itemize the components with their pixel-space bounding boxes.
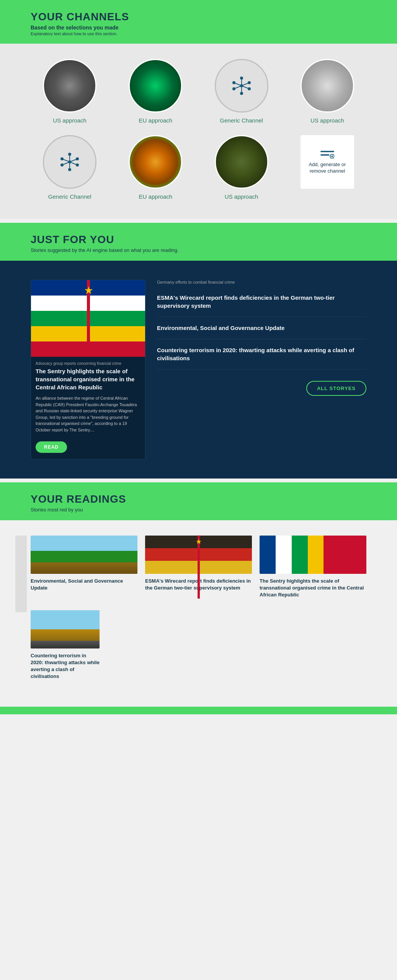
svg-line-25 [70, 162, 77, 165]
reading-card-4[interactable]: Countering terrorism in 2020: thwarting … [31, 610, 100, 680]
reading-card-title-3: The Sentry highlights the scale of trans… [260, 578, 366, 599]
all-stories-button[interactable]: ALL STORYES [306, 381, 366, 396]
channel-icon-network-2 [43, 135, 96, 189]
reading-card-3[interactable]: ★ The Sentry highlights the scale of tra… [260, 536, 366, 599]
channels-body: US approach EU approach [0, 44, 397, 219]
channel-label-7: US approach [225, 193, 258, 200]
sidebar-article-3[interactable]: Countering terrorism in 2020: thwarting … [157, 339, 366, 369]
your-readings-header: YOUR READINGS Stories most red by you [0, 482, 397, 520]
bottom-bar [0, 707, 397, 714]
svg-line-24 [62, 162, 70, 165]
channel-image-veggies [129, 135, 182, 189]
sidebar-article-title-2: Environmental, Social and Governance Upd… [157, 324, 366, 332]
channel-icon-network-1 [215, 59, 268, 113]
svg-line-9 [234, 83, 242, 86]
channel-eu-approach-2[interactable]: EU approach [116, 135, 194, 200]
channel-image-pen [43, 59, 96, 113]
sidebar-tag: Germany efforts to combat financial crim… [157, 280, 366, 287]
channels-desc: Explanatory text about how to use this s… [31, 31, 366, 36]
sidebar-article-title-1: ESMA's Wirecard report finds deficiencie… [157, 294, 366, 310]
channel-generic-1[interactable]: Generic Channel [203, 59, 281, 124]
main-article-card[interactable]: ★ Advocacy group reports concerning fina… [31, 280, 145, 459]
article-sidebar: Germany efforts to combat financial crim… [157, 280, 366, 459]
channel-us-approach-3[interactable]: US approach [203, 135, 281, 200]
reading-card-image-3: ★ [260, 536, 366, 574]
add-channel-label: Add, generate or remove channel [301, 162, 354, 175]
svg-rect-27 [320, 154, 329, 156]
channel-image-green-led [129, 59, 182, 113]
sidebar-article-2[interactable]: Environmental, Social and Governance Upd… [157, 317, 366, 339]
channel-label-4: US approach [310, 117, 344, 124]
channels-title: YOUR CHANNELS [31, 11, 366, 23]
svg-line-11 [234, 86, 242, 89]
channel-label-3: Generic Channel [220, 117, 263, 124]
section-gap-2 [0, 479, 397, 482]
channels-header: YOUR CHANNELS Based on the selections yo… [0, 0, 397, 44]
featured-article: ★ Advocacy group reports concerning fina… [31, 280, 366, 459]
svg-line-10 [242, 83, 249, 86]
channel-image-dark-food [215, 135, 268, 189]
channel-label-6: EU approach [139, 193, 173, 200]
reading-card-image-1 [31, 536, 137, 574]
just-for-you-body: ★ Advocacy group reports concerning fina… [0, 261, 397, 479]
section-gap-1 [0, 219, 397, 223]
channel-us-approach-2[interactable]: US approach [288, 59, 366, 124]
channel-label-2: EU approach [139, 117, 173, 124]
main-article-title: The Sentry highlights the scale of trans… [31, 367, 145, 395]
main-article-image: ★ [31, 280, 145, 357]
reading-card-image-4 [31, 610, 100, 648]
your-readings-title: YOUR READINGS [31, 493, 366, 505]
sidebar-article-title-3: Countering terrorism in 2020: thwarting … [157, 346, 366, 362]
just-for-you-subtitle: Stories suggested by the AI engine based… [31, 247, 366, 253]
network-icon-2 [58, 150, 81, 173]
channel-add[interactable]: Add, generate or remove channel [288, 135, 366, 200]
channels-subtitle: Based on the selections you made [31, 24, 366, 31]
reading-card-title-4: Countering terrorism in 2020: thwarting … [31, 652, 100, 680]
network-icon-1 [230, 74, 253, 97]
channels-grid: US approach EU approach [31, 59, 366, 200]
your-readings-subtitle: Stories most red by you [31, 507, 366, 513]
channel-generic-2[interactable]: Generic Channel [31, 135, 109, 200]
svg-rect-26 [320, 151, 334, 152]
reading-card-title-1: Environmental, Social and Governance Upd… [31, 578, 137, 591]
channel-label-5: Generic Channel [48, 193, 91, 200]
channel-us-approach-1[interactable]: US approach [31, 59, 109, 124]
main-article-body: An alliance between the regime of Centra… [31, 395, 145, 438]
reading-card-1[interactable]: Environmental, Social and Governance Upd… [31, 536, 137, 599]
readings-row-1: Environmental, Social and Governance Upd… [31, 536, 366, 599]
reading-single-row: Countering terrorism in 2020: thwarting … [31, 610, 366, 680]
just-for-you-header: JUST FOR YOU Stories suggested by the AI… [0, 223, 397, 261]
read-button[interactable]: READ [36, 441, 67, 453]
sidebar-article-1[interactable]: ESMA's Wirecard report finds deficiencie… [157, 287, 366, 317]
add-channel-icon [320, 149, 334, 158]
svg-line-12 [242, 86, 249, 89]
svg-line-22 [62, 159, 70, 162]
your-readings-body: Environmental, Social and Governance Upd… [0, 520, 397, 707]
channel-eu-approach-1[interactable]: EU approach [116, 59, 194, 124]
main-article-tag: Advocacy group reports concerning financ… [31, 357, 145, 367]
svg-line-23 [70, 159, 77, 162]
channel-image-compass [301, 59, 354, 113]
featured-bottom: ALL STORYES [157, 369, 366, 396]
add-channel-box[interactable]: Add, generate or remove channel [301, 135, 354, 189]
channel-label-1: US approach [53, 117, 87, 124]
just-for-you-title: JUST FOR YOU [31, 234, 366, 246]
